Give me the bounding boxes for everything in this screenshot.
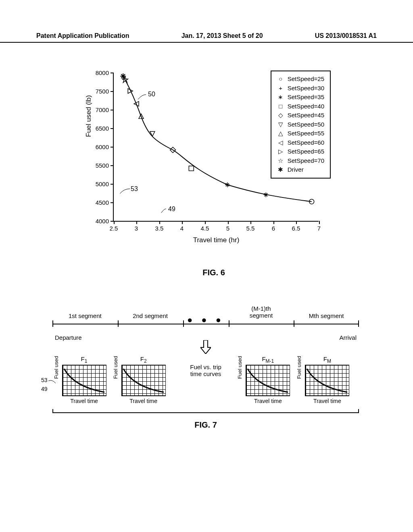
- triangle-left-icon: ◁: [277, 138, 284, 148]
- xtick-label: 7: [317, 225, 321, 232]
- figure-6: Fuel used (lb) 4000 4500 5000 5500 6000 …: [77, 69, 351, 277]
- header-center: Jan. 17, 2013 Sheet 5 of 20: [181, 32, 263, 39]
- ytick-label: 4500: [96, 199, 109, 206]
- legend-item: △SetSpeed=55: [277, 129, 324, 138]
- ytick-label: 5500: [96, 162, 109, 169]
- mini-x-axis: Travel time: [239, 398, 297, 404]
- figure-7-label: FIG. 7: [52, 420, 359, 430]
- departure-label: Departure: [55, 334, 82, 341]
- segment-m-1: (M-1)th segment: [229, 312, 294, 319]
- segment-1: 1st segment: [52, 312, 118, 319]
- plus-icon: +: [277, 84, 284, 93]
- segment-m: Mth segment: [294, 312, 359, 319]
- annotation-53: 53: [41, 377, 48, 383]
- mini-x-axis: Travel time: [298, 398, 357, 404]
- xtick-label: 3.5: [155, 225, 164, 232]
- xtick-label: 3: [135, 225, 138, 232]
- figure-7: 1st segment 2nd segment ● ● ● (M-1)th se…: [52, 312, 359, 430]
- ytick-label: 7000: [96, 106, 109, 113]
- star-icon: ☆: [277, 156, 284, 166]
- xtick-label: 6.5: [292, 225, 300, 232]
- ytick-label: 8000: [96, 69, 109, 76]
- header-right: US 2013/0018531 A1: [315, 32, 377, 39]
- mini-charts-row: F1 Fuel used Travel time F2 Fuel used Tr…: [52, 355, 359, 409]
- ytick-label: 5000: [96, 181, 109, 187]
- y-axis-title: Fuel used (lb): [85, 95, 93, 137]
- xtick-label: 2.5: [110, 225, 118, 232]
- annotation-49: 49: [41, 386, 48, 392]
- square-icon: □: [277, 102, 284, 111]
- triangle-right-icon: ▷: [277, 147, 284, 156]
- f2-label: F2: [114, 355, 173, 364]
- legend-item: ▽SetSpeed=50: [277, 120, 324, 129]
- mini-y-axis: Fuel used: [112, 356, 118, 379]
- f1-label: F1: [55, 355, 113, 364]
- arrow-down-icon: [52, 340, 359, 355]
- asterisk-icon: ∗: [277, 93, 284, 102]
- triangle-down-icon: ▽: [277, 120, 284, 129]
- mini-x-axis: Travel time: [114, 398, 173, 404]
- ytick-label: 6000: [96, 143, 109, 150]
- fm-label: FM: [298, 355, 357, 364]
- center-caption: Fuel vs. trip time curves: [173, 355, 238, 377]
- xtick-label: 5.5: [246, 225, 255, 232]
- annotation-49: 49: [168, 206, 175, 213]
- page-header: Patent Application Publication Jan. 17, …: [0, 32, 413, 43]
- annotation-53: 53: [131, 185, 138, 193]
- mini-y-axis: Fuel used: [237, 356, 243, 379]
- mini-chart-m: FM Fuel used Travel time: [298, 355, 357, 404]
- legend-item: +SetSpeed=30: [277, 84, 324, 93]
- legend-item: ◇SetSpeed=45: [277, 111, 324, 120]
- circle-icon: ○: [277, 75, 284, 84]
- arrival-label: Arrival: [339, 334, 357, 341]
- legend-item: ☆SetSpeed=70: [277, 156, 324, 166]
- legend-item: ∗SetSpeed=35: [277, 93, 324, 102]
- svg-rect-0: [189, 166, 194, 171]
- mini-chart-m-1: FM-1 Fuel used Travel time: [239, 355, 297, 404]
- mini-chart-2: F2 Fuel used Travel time: [114, 355, 173, 404]
- legend-item: ✱Driver: [277, 165, 324, 175]
- annotation-50: 50: [148, 91, 155, 98]
- legend-item: ○SetSpeed=25: [277, 75, 324, 84]
- mini-x-axis: Travel time: [55, 398, 113, 404]
- legend: ○SetSpeed=25 +SetSpeed=30 ∗SetSpeed=35 □…: [271, 71, 331, 179]
- figure-6-label: FIG. 6: [77, 268, 351, 277]
- figure-7-box: 1st segment 2nd segment ● ● ● (M-1)th se…: [52, 312, 359, 409]
- xtick-label: 6: [272, 225, 275, 232]
- segment-2: 2nd segment: [118, 312, 183, 319]
- legend-item: ◁SetSpeed=60: [277, 138, 324, 148]
- mini-chart-1: F1 Fuel used Travel time: [55, 355, 113, 404]
- xtick-label: 4: [180, 225, 184, 232]
- mini-y-axis: Fuel used: [296, 356, 302, 379]
- asterisk-bold-icon: ✱: [277, 165, 284, 175]
- x-axis-title: Travel time (hr): [193, 236, 240, 244]
- legend-item: □SetSpeed=40: [277, 102, 324, 111]
- diamond-icon: ◇: [277, 111, 284, 120]
- xtick-label: 4.5: [201, 225, 209, 232]
- ytick-label: 4000: [96, 218, 109, 224]
- header-left: Patent Application Publication: [36, 32, 129, 39]
- legend-item: ▷SetSpeed=65: [277, 147, 324, 156]
- xtick-label: 5: [226, 225, 229, 232]
- ytick-label: 7500: [96, 88, 109, 95]
- chart-6: Fuel used (lb) 4000 4500 5000 5500 6000 …: [89, 69, 331, 238]
- mini-y-axis: Fuel used: [53, 356, 59, 379]
- segment-timeline: 1st segment 2nd segment ● ● ● (M-1)th se…: [52, 312, 359, 332]
- triangle-up-icon: △: [277, 129, 284, 138]
- fm1-label: FM-1: [239, 355, 297, 364]
- ytick-label: 6500: [96, 125, 109, 132]
